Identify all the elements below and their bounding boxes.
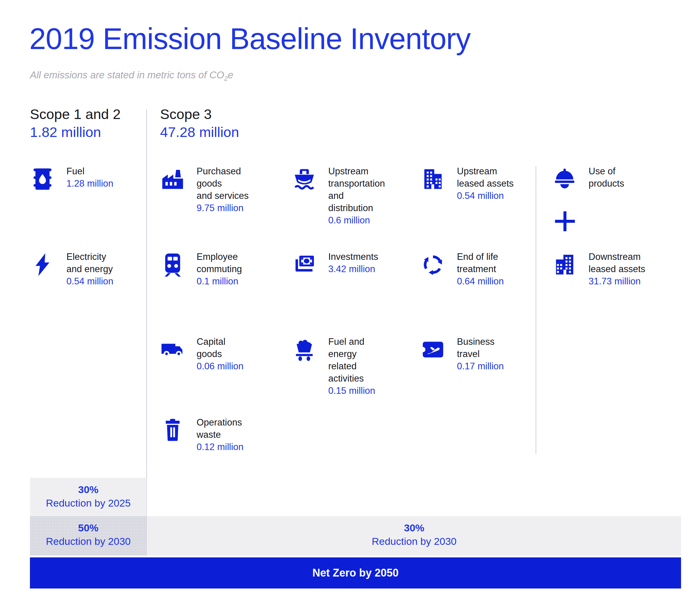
item-label-line: distribution (328, 202, 412, 214)
net-zero-bar: Net Zero by 2050 (30, 558, 681, 589)
item-label-line: Upstream (328, 165, 412, 177)
s12-item: Fuel1.28 million (30, 165, 150, 192)
s3-item: Use ofproducts (552, 165, 672, 192)
subtitle-suffix: e (228, 69, 233, 80)
s3-item: End of lifetreatment0.64 million (420, 251, 541, 287)
item-text: Upstreamtransportationanddistribution0.6… (328, 165, 412, 226)
item-text: Investments3.42 million (328, 251, 412, 277)
target-percentage: 50% (30, 521, 147, 535)
target-percentage: 30% (30, 483, 147, 496)
lightning-icon (30, 252, 55, 277)
item-label-line: products (589, 177, 672, 190)
item-value: 1.28 million (66, 177, 150, 190)
item-value: 0.17 million (457, 360, 541, 372)
s3-item: Purchasedgoodsand services9.75 million (160, 165, 280, 214)
item-value: 31.73 million (589, 275, 672, 287)
item-text: Operationswaste0.12 million (197, 416, 280, 453)
scope12-total: 1.82 million (30, 123, 121, 141)
target-2025-scope12-box: 30% Reduction by 2025 (30, 478, 147, 516)
item-label-line: related (328, 360, 412, 372)
subtitle-text: All emissions are stated in metric tons … (30, 69, 224, 80)
scope3-total: 47.28 million (160, 123, 239, 141)
item-text: Employeecommuting0.1 million (197, 251, 280, 287)
s3-item: Upstreamtransportationanddistribution0.6… (292, 165, 412, 226)
s3-item: Operationswaste0.12 million (160, 416, 280, 453)
item-text: Electricityand energy0.54 million (66, 251, 150, 287)
item-label-line: leased assets (457, 177, 541, 190)
emission-inventory-infographic: 2019 Emission Baseline Inventory All emi… (0, 0, 699, 616)
net-zero-label: Net Zero by 2050 (313, 567, 399, 579)
item-label-line: End of life (457, 251, 541, 263)
item-label-line: treatment (457, 263, 541, 275)
banknotes-icon (292, 252, 317, 277)
item-text: Upstreamleased assets0.54 million (457, 165, 541, 202)
item-value: 0.12 million (197, 441, 280, 453)
s12-item: Electricityand energy0.54 million (30, 251, 150, 287)
lamp-icon (552, 166, 577, 192)
item-value: 0.06 million (197, 360, 280, 372)
item-label-line: activities (328, 372, 412, 385)
ship-icon (292, 166, 317, 192)
scope3-header: Scope 3 47.28 million (160, 105, 239, 141)
item-text: Use ofproducts (589, 165, 672, 192)
use-of-products-divider (536, 166, 536, 454)
recycle-icon (420, 252, 446, 277)
item-label-line: goods (197, 348, 280, 360)
item-label-line: and energy (66, 263, 150, 275)
minecart-icon (292, 337, 317, 362)
item-label-line: waste (197, 429, 280, 441)
target-2030-scope3-box: 30% Reduction by 2030 (147, 516, 681, 555)
s3-item: Employeecommuting0.1 million (160, 251, 280, 287)
item-label-line: Fuel and (328, 335, 412, 348)
plane-ticket-icon (420, 337, 446, 362)
item-text: Downstreamleased assets31.73 million (589, 251, 672, 287)
item-text: Fuel1.28 million (66, 165, 150, 192)
item-label-line: Upstream (457, 165, 541, 177)
item-value: 0.1 million (197, 275, 280, 287)
item-value: 0.64 million (457, 275, 541, 287)
subtitle-subscript: 2 (224, 75, 228, 82)
page-subtitle: All emissions are stated in metric tons … (30, 69, 233, 82)
s3-item: Upstreamleased assets0.54 million (420, 165, 541, 202)
item-value: 0.6 million (328, 214, 412, 226)
oil-barrel-icon (30, 166, 55, 192)
target-2030-scope12-box: 50% Reduction by 2030 (30, 516, 147, 555)
item-value: 0.54 million (457, 190, 541, 202)
item-value: 3.42 million (328, 263, 412, 275)
item-value: 0.15 million (328, 385, 412, 397)
s3-item: Downstreamleased assets31.73 million (552, 251, 672, 287)
train-icon (160, 252, 185, 277)
item-value: 0.54 million (66, 275, 150, 287)
item-text: End of lifetreatment0.64 million (457, 251, 541, 287)
scope12-header: Scope 1 and 2 1.82 million (30, 105, 121, 141)
item-label-line: Capital (197, 335, 280, 348)
item-text: Fuel andenergyrelatedactivities0.15 mill… (328, 335, 412, 397)
item-label-line: Downstream (589, 251, 672, 263)
item-label-line: Employee (197, 251, 280, 263)
item-label-line: Business (457, 335, 541, 348)
item-label-line: and (328, 190, 412, 202)
item-label-line: travel (457, 348, 541, 360)
target-label: Reduction by 2025 (30, 496, 147, 510)
s3-item: Businesstravel0.17 million (420, 335, 541, 372)
buildings-flipped-icon (552, 252, 577, 277)
item-label-line: and services (197, 190, 280, 202)
scope3-title: Scope 3 (160, 105, 239, 123)
item-label-line: energy (328, 348, 412, 360)
item-label-line: transportation (328, 177, 412, 190)
item-value: 9.75 million (197, 202, 280, 214)
item-label-line: Fuel (66, 165, 150, 177)
item-label-line: commuting (197, 263, 280, 275)
trash-icon (160, 418, 185, 443)
item-label-line: goods (197, 177, 280, 190)
scope12-title: Scope 1 and 2 (30, 105, 121, 123)
target-label: Reduction by 2030 (30, 535, 147, 548)
item-label-line: leased assets (589, 263, 672, 275)
target-label: Reduction by 2030 (147, 535, 681, 548)
page-title: 2019 Emission Baseline Inventory (29, 22, 471, 56)
item-text: Purchasedgoodsand services9.75 million (197, 165, 280, 214)
item-text: Businesstravel0.17 million (457, 335, 541, 372)
item-text: Capitalgoods0.06 million (197, 335, 280, 372)
item-label-line: Operations (197, 416, 280, 429)
truck-icon (160, 337, 185, 362)
